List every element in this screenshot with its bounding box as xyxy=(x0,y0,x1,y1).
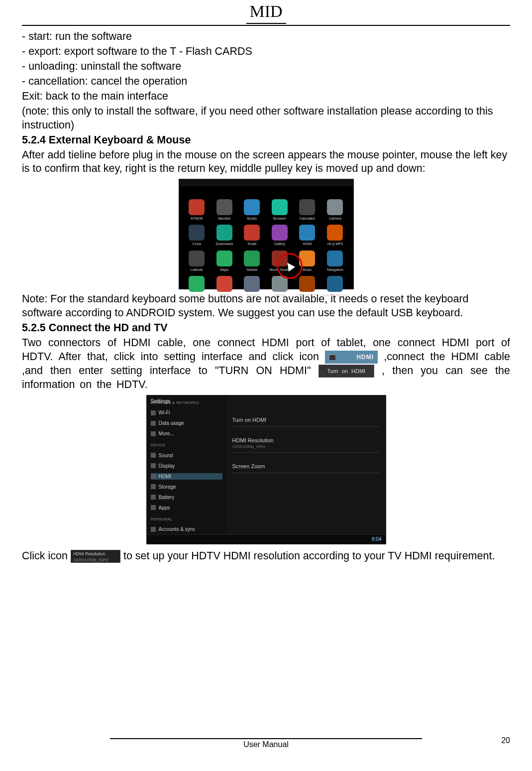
app-icon xyxy=(189,251,205,266)
settings-item-label: Sound xyxy=(159,452,173,459)
settings-item-label: Battery xyxy=(159,494,175,501)
app-cell: Gallery xyxy=(268,225,292,246)
settings-item-label: Data usage xyxy=(159,420,184,426)
app-cell: Downloads xyxy=(213,225,236,246)
settings-sidebar-item: Sound xyxy=(151,452,222,459)
app-icon xyxy=(272,225,288,241)
app-icon xyxy=(244,276,260,292)
app-icon xyxy=(189,225,205,241)
settings-item-label: Wi-Fi xyxy=(159,409,170,416)
app-icon xyxy=(327,276,343,292)
app-label: Settings xyxy=(268,293,292,297)
settings-item-icon xyxy=(151,484,156,489)
settings-item-label: Display xyxy=(159,463,175,469)
app-icon xyxy=(244,199,260,215)
app-cell: Browser xyxy=(268,199,292,221)
settings-item-icon xyxy=(151,421,156,426)
doc-title: MID xyxy=(246,2,286,24)
android-nav-bar: 8:04 xyxy=(147,534,386,544)
footer-label: User Manual xyxy=(243,740,289,749)
section-525-title: 5.2.5 Connect the HD and TV xyxy=(22,321,510,335)
settings-window-title: Settings xyxy=(151,397,171,404)
settings-item-icon xyxy=(151,495,156,500)
app-label: Camera xyxy=(323,216,347,221)
app-label: Navigation xyxy=(323,267,347,272)
body-text: - start: run the software - export: expo… xyxy=(22,30,510,564)
settings-item-label: HDMI xyxy=(159,473,172,480)
app-label: Browser xyxy=(268,216,292,221)
page-footer: 20 User Manual xyxy=(22,736,510,749)
bullet-line: - cancellation: cancel the operation xyxy=(22,75,510,89)
section-525-paragraph2: Click icon HDMI Resolution 1920x1080p_60… xyxy=(22,547,510,564)
app-label: Latitude xyxy=(185,267,209,272)
page-number: 20 xyxy=(501,736,510,745)
app-cell: Email xyxy=(240,225,264,246)
settings-item-icon xyxy=(151,474,156,479)
settings-item-icon xyxy=(151,463,156,468)
settings-item-label: Storage xyxy=(159,484,176,490)
app-icon xyxy=(299,199,315,215)
app-label: Clock xyxy=(185,242,209,246)
settings-sidebar-item: Battery xyxy=(151,494,222,501)
app-cell: Narrator xyxy=(213,199,236,221)
res-line1: HDMI Resolution xyxy=(73,551,118,557)
app-icon xyxy=(327,251,343,266)
app-cell: HDMI xyxy=(296,225,319,246)
screenshot-apps-grid: ATMOBNarratorBooksBrowserCalculatorCamer… xyxy=(179,179,354,289)
hdmi-resolution-icon: HDMI Resolution 1920x1080p_60Hz xyxy=(71,550,120,563)
bullet-line: Exit: back to the main interface xyxy=(22,90,510,104)
settings-sidebar-item: Display xyxy=(151,463,222,469)
app-cell: Search xyxy=(240,276,264,297)
settings-item-label: Accounts & sync xyxy=(159,526,196,532)
app-cell: Speech Record xyxy=(323,276,347,297)
clock-label: 8:04 xyxy=(372,536,381,542)
settings-item-icon xyxy=(151,527,156,532)
app-cell: Clock xyxy=(185,225,209,246)
app-cell: Calculator xyxy=(296,199,319,221)
section-525-paragraph: Two connectors of HDMI cable, one connec… xyxy=(22,336,510,392)
section-524-note: Note: For the standard keyboard some but… xyxy=(22,292,510,320)
app-icon xyxy=(216,276,232,292)
app-cell: Market xyxy=(240,251,264,272)
app-cell: People xyxy=(185,276,209,297)
settings-option: HDMI Resolution1920x1080p_60Hz xyxy=(232,437,380,453)
settings-option: Turn on HDMI xyxy=(232,416,380,427)
footer-rule xyxy=(110,738,423,739)
app-label: Downloads xyxy=(213,242,236,246)
settings-sidebar-item: HDMI xyxy=(151,473,222,480)
settings-sidebar-item: Storage xyxy=(151,484,222,490)
app-label: Market xyxy=(240,267,264,272)
android-status-bar xyxy=(179,179,353,186)
app-cell: Sound Record xyxy=(296,276,319,297)
bullet-line: - unloading: uninstall the software xyxy=(22,60,510,74)
app-label: ATMOB xyxy=(185,216,209,221)
settings-sidebar-item: Wi-Fi xyxy=(151,409,222,416)
app-cell: Places xyxy=(213,276,236,297)
app-label: Speech Record xyxy=(323,293,347,297)
settings-group-header: DEVICE xyxy=(151,443,222,448)
app-icon xyxy=(299,225,315,241)
app-icon xyxy=(216,251,232,266)
app-icon xyxy=(299,276,315,292)
section-524-paragraph: After add tieline before plug in the mou… xyxy=(22,148,510,176)
settings-option: Screen Zoom xyxy=(232,463,380,473)
settings-item-icon xyxy=(151,453,156,458)
app-label: Hi-Q MP3 xyxy=(323,242,347,246)
app-icon xyxy=(272,199,288,215)
settings-sidebar: WIRELESS & NETWORKSWi-FiData usageMore..… xyxy=(147,395,226,544)
cursor-icon xyxy=(284,260,295,271)
app-icon xyxy=(244,225,260,241)
settings-option-title: Screen Zoom xyxy=(232,463,380,470)
app-icon xyxy=(216,199,232,215)
settings-option-title: Turn on HDMI xyxy=(232,416,380,423)
app-label: HDMI xyxy=(296,242,319,246)
app-label: Sound Record xyxy=(296,293,319,297)
settings-option-title: HDMI Resolution xyxy=(232,437,380,444)
text-fragment: Click icon xyxy=(22,550,68,562)
note-line: (note: this only to install the software… xyxy=(22,105,510,132)
settings-content: Turn on HDMIHDMI Resolution1920x1080p_60… xyxy=(226,395,386,544)
app-label: Places xyxy=(213,293,236,297)
app-cell: Maps xyxy=(213,251,236,272)
app-label: Calculator xyxy=(296,216,319,221)
app-label: Books xyxy=(240,216,264,221)
